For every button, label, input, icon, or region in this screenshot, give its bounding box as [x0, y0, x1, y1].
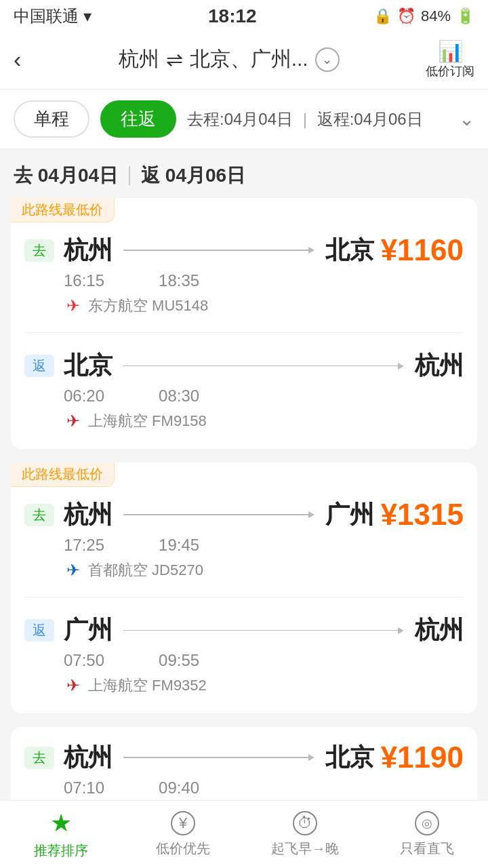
- to-city: 北京: [325, 741, 374, 774]
- section-header: 去 04月04日 返 04月06日: [0, 149, 488, 198]
- airline-logo-icon: ✈: [64, 296, 83, 315]
- carrier-name: 中国联通: [14, 7, 79, 25]
- segment-divider: [24, 597, 464, 597]
- airline-info: ✈ 首都航空 JD5270: [24, 560, 464, 580]
- direction-label: 去: [24, 747, 54, 769]
- outbound-section-label: 去 04月04日: [14, 163, 118, 189]
- airline-logo-icon: ✈: [64, 561, 83, 580]
- nav-lowprice[interactable]: ¥ 低价优先: [122, 804, 244, 865]
- arrive-time: 19:45: [159, 536, 199, 555]
- segment-cities: 北京 杭州: [64, 349, 464, 382]
- flight-list: 此路线最低价 去 杭州 北京 ¥1160 16:15 18:35: [0, 198, 488, 868]
- to-city: 杭州: [415, 349, 464, 382]
- origin-city: 杭州: [119, 45, 159, 73]
- status-bar: 中国联通 ▾ 18:12 🔒 ⏰ 84% 🔋: [0, 0, 488, 30]
- segment-cities: 杭州 北京: [64, 741, 374, 774]
- star-icon: ★: [50, 809, 72, 837]
- nav-direct[interactable]: ◎ 只看直飞: [366, 804, 488, 865]
- airline-logo-icon: ✈: [64, 676, 83, 695]
- subscribe-label: 低价订阅: [426, 63, 474, 79]
- subscribe-button[interactable]: 📊 低价订阅: [426, 39, 474, 79]
- return-section-label: 返 04月06日: [141, 163, 245, 189]
- capital-air-icon: ✈: [66, 561, 80, 580]
- segment-cities: 杭州 广州: [64, 498, 374, 532]
- airline-info: ✈ 上海航空 FM9352: [24, 675, 464, 696]
- segment-cities: 杭州 北京: [64, 234, 374, 267]
- segment-times: 06:20 08:30: [24, 387, 464, 406]
- route-dropdown-button[interactable]: ⌄: [315, 47, 340, 72]
- eastern-air-icon: ✈: [66, 296, 80, 315]
- battery-level: 84%: [421, 7, 451, 25]
- chart-icon: 📊: [438, 39, 463, 63]
- return-date-label: 返程:: [317, 110, 354, 128]
- depart-time: 17:25: [64, 536, 104, 555]
- price-icon: ¥: [171, 811, 195, 835]
- back-button[interactable]: ‹: [14, 46, 21, 73]
- arrive-time: 09:40: [159, 778, 199, 797]
- return-segment: 返 北京 杭州 06:20 08:30 ✈ 上海航空 FM9158: [11, 338, 477, 442]
- roundtrip-button[interactable]: 往返: [100, 100, 176, 138]
- lock-icon: 🔒: [373, 7, 392, 25]
- nav-earliest[interactable]: ⏱ 起飞早→晚: [244, 804, 366, 865]
- depart-time: 07:10: [64, 778, 104, 797]
- arrive-time: 08:30: [159, 387, 199, 406]
- outbound-segment: 去 杭州 北京 ¥1160 16:15 18:35 ✈: [11, 222, 477, 327]
- outbound-date: 04月04日: [224, 110, 293, 128]
- destination-city: 北京、广州...: [190, 45, 308, 73]
- trip-dates: 去程:04月04日 | 返程:04月06日: [187, 108, 443, 130]
- dates-dropdown-button[interactable]: ⌄: [459, 108, 474, 130]
- airline-logo-icon: ✈: [64, 412, 83, 431]
- carrier-signal: 中国联通 ▾: [14, 5, 92, 27]
- nav-recommend[interactable]: ★ 推荐排序: [0, 802, 122, 867]
- total-price: ¥1160: [381, 233, 464, 267]
- arrive-time: 18:35: [159, 271, 199, 290]
- wifi-icon: ▾: [83, 7, 92, 25]
- alarm-icon: ⏰: [397, 7, 415, 25]
- route-arrow-icon: ⇌: [166, 47, 183, 71]
- from-city: 杭州: [64, 498, 113, 532]
- segment-times: 07:10 09:40: [24, 778, 464, 797]
- segment-times: 17:25 19:45: [24, 536, 464, 555]
- flight-card[interactable]: 此路线最低价 去 杭州 广州 ¥1315 17:25 19:45: [11, 462, 477, 713]
- segment-times: 07:50 09:55: [24, 651, 464, 670]
- header: ‹ 杭州 ⇌ 北京、广州... ⌄ 📊 低价订阅: [0, 30, 488, 90]
- airline-info: ✈ 上海航空 FM9158: [24, 411, 464, 431]
- depart-time: 06:20: [64, 387, 104, 406]
- segment-cities: 广州 杭州: [64, 614, 464, 647]
- airline-name: 上海航空 FM9352: [88, 675, 207, 696]
- lowest-price-tag: 此路线最低价: [11, 462, 115, 487]
- airline-name: 首都航空 JD5270: [88, 560, 203, 580]
- return-date: 04月06日: [354, 110, 422, 128]
- outbound-date-label: 去程:: [187, 110, 224, 128]
- depart-time: 07:50: [64, 651, 104, 670]
- oneway-button[interactable]: 单程: [14, 100, 89, 138]
- nav-earliest-label: 起飞早→晚: [271, 840, 339, 858]
- bottom-navigation: ★ 推荐排序 ¥ 低价优先 ⏱ 起飞早→晚 ◎ 只看直飞: [0, 800, 488, 868]
- flight-direction-arrow: [123, 247, 314, 254]
- trip-type-bar: 单程 往返 去程:04月04日 | 返程:04月06日 ⌄: [0, 90, 488, 149]
- direction-label: 去: [24, 239, 54, 262]
- flight-direction-arrow: [123, 627, 404, 634]
- from-city: 杭州: [64, 741, 113, 774]
- battery-icon: 🔋: [456, 7, 474, 25]
- outbound-segment: 去 杭州 广州 ¥1315 17:25 19:45 ✈: [11, 487, 477, 591]
- from-city: 北京: [64, 349, 113, 382]
- header-title: 杭州 ⇌ 北京、广州... ⌄: [32, 45, 426, 73]
- direction-label: 返: [24, 619, 54, 642]
- to-city: 广州: [325, 498, 374, 532]
- from-city: 杭州: [64, 234, 113, 267]
- to-city: 杭州: [415, 614, 464, 647]
- nav-direct-label: 只看直飞: [400, 840, 454, 858]
- nav-recommend-label: 推荐排序: [34, 842, 88, 860]
- flight-card[interactable]: 此路线最低价 去 杭州 北京 ¥1160 16:15 18:35: [11, 198, 477, 449]
- airline-info: ✈ 东方航空 MU5148: [24, 296, 464, 316]
- total-price: ¥1315: [381, 498, 464, 532]
- total-price: ¥1190: [381, 741, 464, 774]
- direction-label: 去: [24, 504, 54, 526]
- shanghai-air-icon: ✈: [66, 676, 80, 695]
- direct-icon: ◎: [415, 811, 439, 835]
- flight-direction-arrow: [123, 363, 404, 370]
- segment-times: 16:15 18:35: [24, 271, 464, 290]
- clock-icon: ⏱: [293, 811, 317, 835]
- lowest-price-tag: 此路线最低价: [11, 198, 115, 222]
